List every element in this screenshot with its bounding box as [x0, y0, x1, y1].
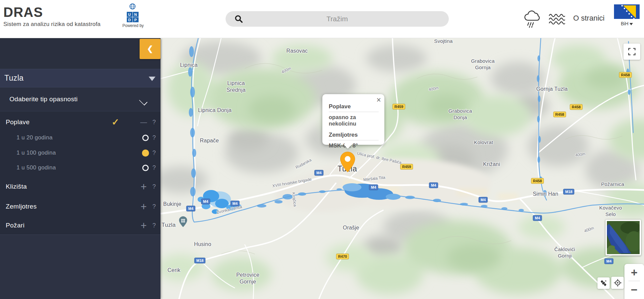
- help-icon[interactable]: ?: [152, 184, 156, 190]
- region-label: Tuzla: [4, 74, 24, 83]
- help-icon[interactable]: ?: [152, 222, 156, 228]
- flood-option-label: 1 u 500 godina: [17, 164, 56, 171]
- museum-poi-icon[interactable]: [179, 216, 187, 227]
- sidebar-item-flood-100[interactable]: 1 u 100 godina ?: [0, 145, 160, 160]
- map-info-popup: × Poplave opasno za nekolicinu Zemljotre…: [322, 94, 384, 145]
- map-terrain: [160, 38, 644, 299]
- sidebar-item-pozari[interactable]: Požari + ?: [0, 217, 160, 234]
- help-icon[interactable]: ?: [152, 135, 156, 141]
- sidebar-item-poplave[interactable]: Poplave ✓ — ?: [0, 111, 160, 133]
- sidebar-collapse-button[interactable]: ❮: [140, 39, 160, 59]
- language-switcher[interactable]: BiH: [614, 4, 640, 26]
- bih-flag-icon: [614, 4, 640, 19]
- undp-letter: D: [127, 17, 133, 22]
- hazard-label: Poplave: [6, 118, 30, 126]
- sidebar-item-flood-20[interactable]: 1 u 20 godina ?: [0, 130, 160, 145]
- dropdown-arrow-icon: [149, 77, 155, 81]
- sidebar-item-klizista[interactable]: Klizišta + ?: [0, 178, 160, 195]
- hazard-label: Zemljotres: [6, 203, 37, 210]
- hazard-label: Požari: [6, 222, 25, 229]
- search-input[interactable]: [226, 11, 449, 27]
- close-icon[interactable]: ×: [377, 96, 381, 105]
- header: DRAS Sistem za analizu rizika od katastr…: [0, 0, 644, 38]
- help-icon[interactable]: ?: [152, 165, 156, 171]
- popup-section-title: Poplave: [329, 103, 384, 110]
- sidebar-footer-area: [0, 235, 160, 299]
- radio-flood-100[interactable]: [142, 150, 149, 157]
- satellite-icon: [599, 279, 608, 287]
- chevron-left-icon: ❮: [147, 45, 153, 53]
- sidebar-top: [0, 38, 160, 69]
- popup-section-title: Zemljotres: [329, 132, 384, 138]
- region-selector[interactable]: Tuzla: [0, 69, 160, 87]
- help-icon[interactable]: ?: [152, 203, 156, 210]
- brand: DRAS Sistem za analizu rizika od katastr…: [3, 5, 100, 28]
- hazard-label: Klizišta: [6, 183, 27, 190]
- undp-letter: N: [133, 12, 139, 17]
- inset-overview-map[interactable]: [606, 220, 641, 255]
- un-crest-icon: [129, 3, 136, 10]
- fullscreen-icon: [628, 48, 636, 55]
- sidebar-item-flood-500[interactable]: 1 u 500 godina ?: [0, 160, 160, 175]
- about-link[interactable]: O stranici: [573, 14, 605, 23]
- popup-section-value: MSK-64: 8°: [329, 142, 384, 149]
- popup-section-value: opasno za nekolicinu: [329, 114, 384, 127]
- chevron-down-icon: [630, 23, 633, 25]
- language-label: BiH: [621, 21, 628, 26]
- hazard-select-label: Odaberite tip opasnosti: [9, 96, 78, 103]
- help-icon[interactable]: ?: [152, 150, 156, 156]
- locate-icon: [614, 279, 622, 287]
- zoom-control: + −: [624, 264, 644, 299]
- radio-flood-500[interactable]: [142, 165, 149, 171]
- undp-logo: U N D P Powered by: [122, 3, 143, 28]
- my-location-button[interactable]: [611, 277, 624, 289]
- expand-plus-icon[interactable]: +: [141, 182, 147, 192]
- help-icon[interactable]: ?: [152, 119, 156, 125]
- app-title: DRAS: [3, 5, 100, 20]
- undp-letter: P: [133, 17, 139, 22]
- chevron-down-icon: [139, 96, 148, 105]
- map-canvas[interactable]: SvojtinaRasovacLipnicaLipnica SrednjaLip…: [160, 38, 644, 299]
- app-subtitle: Sistem za analizu rizika od katastrofa: [3, 21, 100, 28]
- waves-icon[interactable]: [548, 12, 566, 26]
- check-icon: ✓: [112, 118, 119, 127]
- hazard-type-selector[interactable]: Odaberite tip opasnosti: [0, 87, 160, 111]
- undp-letter: U: [127, 12, 133, 17]
- satellite-layer-button[interactable]: [597, 277, 610, 289]
- satellite-thumbnail: [607, 221, 640, 254]
- sidebar-item-zemljotres[interactable]: Zemljotres + ?: [0, 198, 160, 215]
- radio-flood-20[interactable]: [142, 135, 149, 141]
- rain-cloud-icon[interactable]: [523, 9, 541, 28]
- zoom-in-button[interactable]: +: [624, 264, 644, 281]
- collapse-minus-icon[interactable]: —: [140, 119, 147, 126]
- flood-option-label: 1 u 100 godina: [17, 150, 56, 156]
- powered-by-label: Powered by: [122, 23, 143, 28]
- flood-option-label: 1 u 20 godina: [17, 134, 53, 141]
- expand-plus-icon[interactable]: +: [141, 220, 147, 231]
- dras-app: DRAS Sistem za analizu rizika od katastr…: [0, 0, 644, 299]
- fullscreen-button[interactable]: [623, 44, 640, 60]
- popup-divider: [329, 140, 379, 140]
- sidebar: ❮ Tuzla Odaberite tip opasnosti Poplave …: [0, 38, 160, 299]
- expand-plus-icon[interactable]: +: [141, 201, 147, 212]
- popup-divider: [329, 112, 379, 112]
- map-marker-pin[interactable]: [340, 152, 355, 172]
- search-bar: [226, 11, 449, 27]
- zoom-out-button[interactable]: −: [624, 281, 644, 298]
